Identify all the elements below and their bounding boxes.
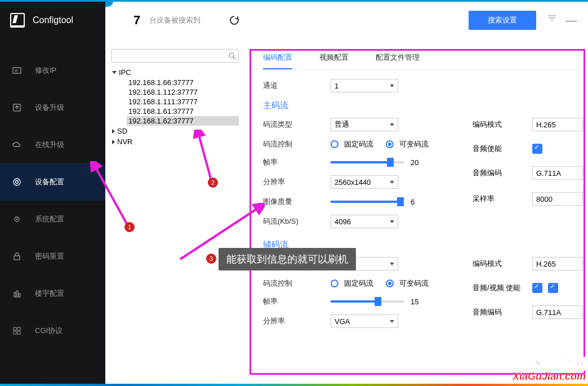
app-name: Configtool	[33, 15, 73, 25]
svg-rect-13	[14, 331, 16, 334]
resolution-select[interactable]: 2560x1440	[331, 175, 398, 189]
svg-point-4	[16, 181, 19, 184]
annotation-badge-3: 3	[206, 254, 216, 264]
audio-encode-input[interactable]: G.711A	[532, 166, 583, 180]
nav-label: 修改IP	[35, 65, 56, 76]
tree-node-nvr[interactable]: NVR	[111, 136, 239, 147]
quality-value: 6	[411, 198, 415, 206]
form-area: 通道 1 主码流 码流类型 普通 码流控制 固定码流	[250, 70, 582, 345]
sidebar: Configtool IP 修改IP 设备升级 在线升级 设备配置	[0, 0, 105, 386]
svg-rect-12	[17, 327, 20, 330]
nav-system-config[interactable]: 系统配置	[0, 201, 105, 238]
svg-rect-9	[16, 291, 18, 297]
audio-encode-label: 音频编码	[473, 168, 532, 178]
content: IPC 192.168.1.66:37777 192.168.1.112:377…	[105, 41, 588, 386]
tab-encode[interactable]: 编码配置	[263, 52, 292, 69]
fps-label-sub: 帧率	[263, 296, 331, 307]
fps-value: 20	[411, 158, 418, 167]
sub-av-checkbox-1[interactable]	[532, 283, 542, 293]
nav: IP 修改IP 设备升级 在线升级 设备配置 系统配置	[0, 52, 105, 349]
config-tabs: 编码配置 视频配置 配置文件管理	[250, 49, 582, 70]
av-enable-label: 音频/视频 使能	[473, 283, 532, 293]
topbar: 7 台设备被搜索到 搜索设置 —	[105, 0, 588, 41]
tab-video[interactable]: 视频配置	[319, 52, 349, 69]
watermark: 下固件网 XiaGuJian.com	[513, 357, 586, 381]
tree-node-sd[interactable]: SD	[111, 126, 239, 136]
sub-av-checkbox-2[interactable]	[548, 283, 558, 293]
sub-fixed-rate-radio[interactable]	[331, 279, 338, 287]
variable-rate-label: 可变码流	[399, 139, 429, 149]
target-icon	[12, 178, 21, 187]
upgrade-icon	[12, 103, 21, 112]
tree-leaf-selected[interactable]: 192.168.1.62:37777	[127, 116, 239, 126]
channel-label: 通道	[263, 81, 331, 91]
channel-select[interactable]: 1	[331, 79, 398, 92]
quality-label: 图像质量	[263, 197, 331, 207]
svg-line-16	[233, 57, 235, 59]
encode-mode-input[interactable]: H.265	[532, 118, 583, 131]
tree-search-input[interactable]	[114, 52, 228, 60]
tree-node-label: SD	[117, 127, 127, 135]
svg-rect-11	[14, 327, 16, 330]
nav-modify-ip[interactable]: IP 修改IP	[0, 52, 105, 89]
sub-fps-slider[interactable]	[331, 300, 404, 303]
device-count-label: 台设备被搜索到	[149, 15, 201, 25]
channel-value: 1	[335, 82, 338, 90]
nav-device-config[interactable]: 设备配置	[0, 163, 105, 201]
nav-cgi-protocol[interactable]: CGI协议	[0, 312, 105, 349]
fps-label: 帧率	[263, 157, 331, 167]
tree-leaf[interactable]: 192.168.1.61:37777	[127, 107, 239, 116]
nav-device-upgrade[interactable]: 设备升级	[0, 89, 105, 126]
variable-rate-radio[interactable]	[386, 140, 394, 148]
sample-rate-input[interactable]: 8000	[532, 192, 583, 206]
bitrate-label: 码流(Kb/S)	[263, 216, 331, 227]
sub-audio-encode-input[interactable]: G.711A	[532, 305, 583, 319]
chevron-right-icon	[112, 140, 115, 144]
nav-label: 系统配置	[35, 214, 64, 224]
encode-mode-label: 编码模式	[473, 119, 532, 130]
tree-node-label: IPC	[119, 68, 131, 77]
stream-type-label: 码流类型	[263, 119, 331, 130]
logo-icon	[10, 13, 25, 28]
tree-search-box[interactable]	[111, 49, 239, 63]
logo: Configtool	[0, 0, 105, 41]
cloud-icon	[12, 140, 21, 149]
refresh-button[interactable]	[229, 15, 240, 26]
svg-rect-10	[19, 294, 20, 297]
annotation-badge-1: 1	[124, 222, 135, 232]
nav-online-upgrade[interactable]: 在线升级	[0, 126, 105, 163]
stream-type-select[interactable]: 普通	[331, 118, 398, 131]
sub-variable-rate-radio[interactable]	[386, 279, 394, 287]
tree-node-ipc[interactable]: IPC	[111, 67, 239, 78]
fixed-rate-radio[interactable]	[331, 140, 338, 148]
dropdown-icon[interactable]	[547, 15, 556, 25]
sub-resolution-select[interactable]: VGA	[331, 314, 398, 328]
bitrate-select[interactable]: 4096	[331, 215, 398, 228]
svg-point-3	[14, 179, 20, 185]
nav-label: 设备配置	[35, 177, 64, 187]
annotation-tooltip: 能获取到信息的就可以刷机	[219, 248, 356, 270]
lock-icon	[12, 252, 21, 261]
search-settings-button[interactable]: 搜索设置	[469, 11, 536, 30]
chevron-right-icon	[112, 129, 115, 134]
gear-icon	[12, 215, 21, 224]
annotation-badge-2: 2	[208, 178, 218, 188]
audio-encode-label-sub: 音频编码	[473, 307, 532, 317]
sub-encode-mode-input[interactable]: H.265	[532, 257, 583, 270]
nav-building-config[interactable]: 楼宇配置	[0, 275, 105, 312]
minimize-icon[interactable]: —	[565, 14, 577, 27]
fps-slider[interactable]	[331, 161, 404, 163]
nav-label: 在线升级	[35, 140, 64, 150]
nav-password-reset[interactable]: 密码重置	[0, 238, 105, 275]
tree-leaf[interactable]: 192.168.1.66:37777	[127, 78, 239, 87]
audio-enable-checkbox[interactable]	[532, 144, 542, 154]
quality-slider[interactable]	[331, 201, 404, 203]
chevron-down-icon	[112, 71, 117, 74]
svg-rect-14	[17, 331, 20, 334]
encode-mode-label-sub: 编码模式	[473, 259, 532, 269]
search-icon	[228, 52, 236, 60]
tab-profile[interactable]: 配置文件管理	[376, 52, 420, 69]
tree-leaf[interactable]: 192.168.1.111:37777	[127, 97, 239, 107]
sample-rate-label: 采样率	[473, 194, 532, 204]
tree-leaf[interactable]: 192.168.1.112:37777	[127, 87, 239, 97]
